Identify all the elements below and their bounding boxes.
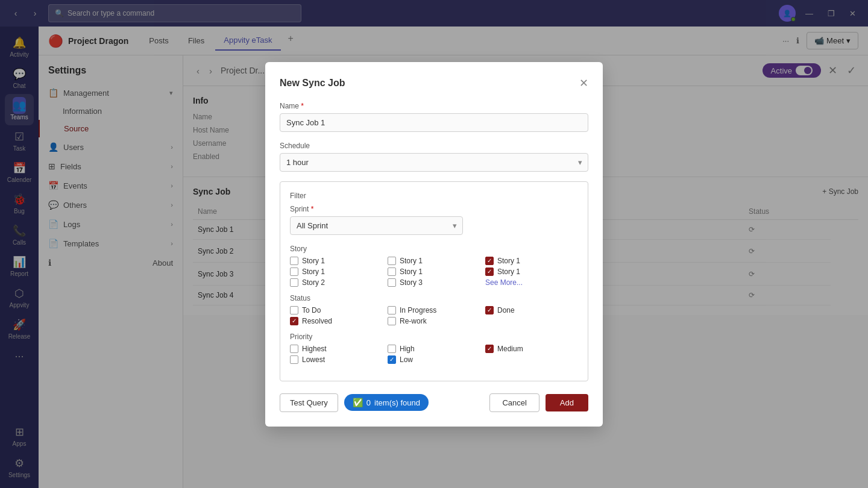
status-inprogress-label: In Progress xyxy=(400,306,436,314)
story-5-label: Story 1 xyxy=(400,267,423,276)
priority-high-checkbox[interactable] xyxy=(388,345,396,353)
filter-box: Filter Sprint * All Sprint Sprint 1 Spri… xyxy=(280,181,588,381)
modal-name-input[interactable] xyxy=(280,113,588,132)
test-query-button[interactable]: Test Query xyxy=(280,393,338,412)
status-resolved-label: Resolved xyxy=(302,317,332,325)
sprint-label: Sprint * xyxy=(290,205,578,213)
story-section: Story Story 1 Story 1 ✓ Story 1 xyxy=(290,245,578,287)
priority-low-label: Low xyxy=(400,355,413,364)
story-grid: Story 1 Story 1 ✓ Story 1 Story 1 xyxy=(290,257,578,287)
story-2-checkbox[interactable] xyxy=(388,257,396,265)
status-rework: Re-work xyxy=(388,317,480,325)
status-section: Status To Do In Progress ✓ Done xyxy=(290,294,578,325)
modal-schedule-select[interactable]: 1 hour 2 hours 4 hours 8 hours xyxy=(280,153,588,172)
story-item-2: Story 1 xyxy=(388,257,480,265)
items-found-label: item(s) found xyxy=(374,398,420,407)
add-button[interactable]: Add xyxy=(546,394,588,411)
sprint-required-marker: * xyxy=(311,205,314,213)
status-done: ✓ Done xyxy=(485,306,578,314)
see-more-link[interactable]: See More... xyxy=(485,278,523,287)
priority-low: ✓ Low xyxy=(388,355,480,364)
story-item-8: Story 3 xyxy=(388,278,480,287)
cancel-button[interactable]: Cancel xyxy=(489,393,539,412)
priority-medium-label: Medium xyxy=(497,345,523,353)
story-7-checkbox[interactable] xyxy=(290,278,298,287)
story-7-label: Story 2 xyxy=(302,278,325,287)
status-resolved: ✓ Resolved xyxy=(290,317,383,325)
priority-high-label: High xyxy=(400,345,415,353)
see-more-item: See More... xyxy=(485,278,578,287)
story-section-label: Story xyxy=(290,245,578,253)
status-resolved-checkbox[interactable]: ✓ xyxy=(290,317,298,325)
modal-title: New Sync Job xyxy=(280,78,345,89)
modal-name-field: Name * xyxy=(280,102,588,132)
story-item-7: Story 2 xyxy=(290,278,383,287)
priority-highest: Highest xyxy=(290,345,383,353)
story-3-checkbox[interactable]: ✓ xyxy=(485,257,494,265)
priority-low-checkbox[interactable]: ✓ xyxy=(388,355,396,364)
priority-grid: Highest High ✓ Medium Lowest xyxy=(290,345,578,364)
priority-medium-checkbox[interactable]: ✓ xyxy=(485,345,494,353)
modal-header: New Sync Job ✕ xyxy=(280,77,588,90)
status-todo: To Do xyxy=(290,306,383,314)
name-required-marker: * xyxy=(301,102,304,110)
status-todo-label: To Do xyxy=(302,306,321,314)
modal-name-label: Name * xyxy=(280,102,588,110)
status-inprogress-checkbox[interactable] xyxy=(388,306,396,314)
story-item-6: ✓ Story 1 xyxy=(485,267,578,276)
status-done-label: Done xyxy=(497,306,515,314)
items-found-badge: ✅ 0 item(s) found xyxy=(344,394,429,411)
items-found-icon: ✅ xyxy=(353,398,363,407)
story-8-checkbox[interactable] xyxy=(388,278,396,287)
story-item-5: Story 1 xyxy=(388,267,480,276)
story-2-label: Story 1 xyxy=(400,257,423,265)
priority-high: High xyxy=(388,345,480,353)
status-rework-label: Re-work xyxy=(400,317,427,325)
status-done-checkbox[interactable]: ✓ xyxy=(485,306,494,314)
story-6-label: Story 1 xyxy=(497,267,520,276)
story-3-label: Story 1 xyxy=(497,257,520,265)
priority-lowest-label: Lowest xyxy=(302,355,325,364)
filter-sprint-field: Sprint * All Sprint Sprint 1 Sprint 2 ▾ xyxy=(290,205,578,235)
sprint-select[interactable]: All Sprint Sprint 1 Sprint 2 xyxy=(290,216,463,235)
story-8-label: Story 3 xyxy=(400,278,423,287)
priority-lowest: Lowest xyxy=(290,355,383,364)
status-grid: To Do In Progress ✓ Done ✓ Resolved xyxy=(290,306,578,325)
story-6-checkbox[interactable]: ✓ xyxy=(485,267,494,276)
modal-schedule-label: Schedule xyxy=(280,142,588,150)
priority-lowest-checkbox[interactable] xyxy=(290,355,298,364)
story-1-label: Story 1 xyxy=(302,257,325,265)
filter-label: Filter xyxy=(290,192,578,200)
modal-overlay[interactable]: New Sync Job ✕ Name * Schedule 1 hour 2 … xyxy=(0,0,868,488)
story-item-1: Story 1 xyxy=(290,257,383,265)
priority-highest-label: Highest xyxy=(302,345,327,353)
schedule-select-wrapper: 1 hour 2 hours 4 hours 8 hours ▾ xyxy=(280,153,588,172)
priority-section: Priority Highest High ✓ Medium xyxy=(290,333,578,364)
story-1-checkbox[interactable] xyxy=(290,257,298,265)
status-section-label: Status xyxy=(290,294,578,302)
story-4-label: Story 1 xyxy=(302,267,325,276)
priority-medium: ✓ Medium xyxy=(485,345,578,353)
new-sync-job-modal: New Sync Job ✕ Name * Schedule 1 hour 2 … xyxy=(265,62,603,427)
status-todo-checkbox[interactable] xyxy=(290,306,298,314)
story-item-4: Story 1 xyxy=(290,267,383,276)
modal-schedule-field: Schedule 1 hour 2 hours 4 hours 8 hours … xyxy=(280,142,588,172)
priority-section-label: Priority xyxy=(290,333,578,341)
story-item-3: ✓ Story 1 xyxy=(485,257,578,265)
story-4-checkbox[interactable] xyxy=(290,267,298,276)
priority-highest-checkbox[interactable] xyxy=(290,345,298,353)
modal-close-button[interactable]: ✕ xyxy=(579,77,588,90)
sprint-select-wrapper: All Sprint Sprint 1 Sprint 2 ▾ xyxy=(290,216,578,235)
status-in-progress: In Progress xyxy=(388,306,480,314)
items-found-count: 0 xyxy=(366,398,371,407)
story-5-checkbox[interactable] xyxy=(388,267,396,276)
modal-footer: Test Query ✅ 0 item(s) found Cancel Add xyxy=(280,393,588,412)
status-rework-checkbox[interactable] xyxy=(388,317,396,325)
